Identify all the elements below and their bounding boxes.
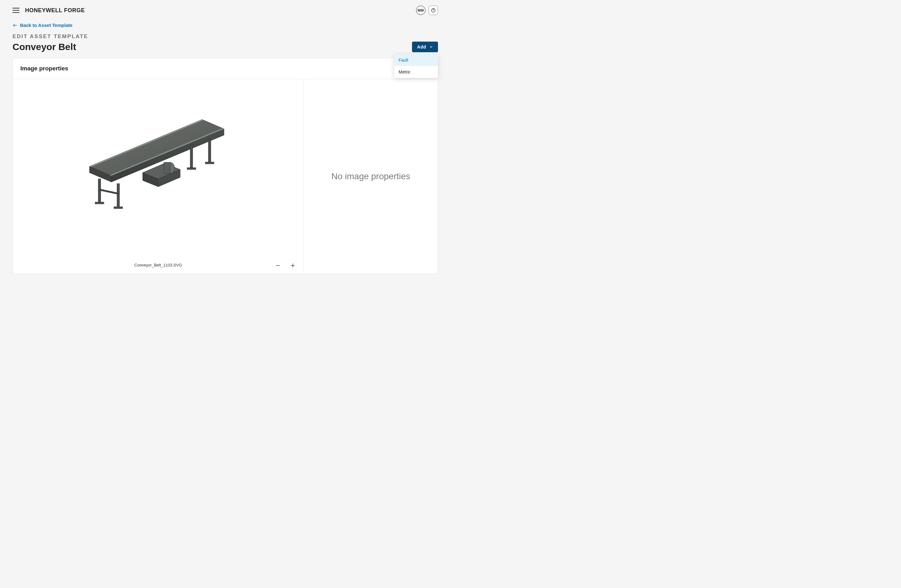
page-eyebrow: EDIT ASSET TEMPLATE xyxy=(12,33,438,40)
add-button-label: Add xyxy=(417,44,426,50)
top-bar-right: MM xyxy=(416,6,438,15)
zoom-out-icon[interactable] xyxy=(275,263,281,269)
top-bar-left: HONEYWELL FORGE xyxy=(12,7,85,14)
page-title: Conveyor Belt xyxy=(12,42,76,52)
arrow-left-icon xyxy=(12,23,17,28)
svg-rect-21 xyxy=(98,188,120,194)
brand-title: HONEYWELL FORGE xyxy=(25,7,85,14)
back-link[interactable]: Back to Asset Template xyxy=(12,20,73,33)
image-filename: Conveyor_Belt_1103.SVG xyxy=(134,263,182,268)
svg-rect-15 xyxy=(117,184,120,208)
title-row: Conveyor Belt Add Fault Metric xyxy=(12,42,438,52)
svg-rect-12 xyxy=(164,162,170,174)
svg-rect-13 xyxy=(98,179,101,203)
content-area: Back to Asset Template EDIT ASSET TEMPLA… xyxy=(0,18,450,274)
image-canvas: Conveyor_Belt_1103.SVG xyxy=(13,79,304,274)
panel-body: Conveyor_Belt_1103.SVG No image properti… xyxy=(13,79,438,274)
zoom-in-icon[interactable] xyxy=(290,263,296,269)
svg-rect-19 xyxy=(208,139,211,163)
svg-rect-20 xyxy=(205,162,214,164)
add-dropdown: Fault Metric xyxy=(394,54,438,78)
top-bar: HONEYWELL FORGE MM xyxy=(0,0,450,18)
dropdown-item-fault[interactable]: Fault xyxy=(394,54,438,66)
conveyor-image xyxy=(77,113,240,215)
add-button-wrap: Add Fault Metric xyxy=(412,42,438,52)
avatar[interactable]: MM xyxy=(416,6,426,15)
help-button[interactable] xyxy=(429,6,438,15)
panel-title: Image properties xyxy=(13,58,438,79)
properties-empty-state: No image properties xyxy=(304,79,438,274)
hamburger-menu-icon[interactable] xyxy=(12,8,19,13)
add-button[interactable]: Add xyxy=(412,42,438,52)
svg-point-1 xyxy=(433,11,433,12)
zoom-controls xyxy=(275,263,296,269)
svg-rect-16 xyxy=(114,207,123,208)
svg-rect-18 xyxy=(187,168,196,170)
svg-rect-14 xyxy=(95,202,104,204)
image-properties-panel: Image properties xyxy=(12,58,438,274)
svg-rect-17 xyxy=(190,145,193,169)
back-link-label: Back to Asset Template xyxy=(20,23,73,28)
chevron-down-icon xyxy=(429,45,433,49)
help-icon xyxy=(431,8,436,13)
dropdown-item-metric[interactable]: Metric xyxy=(394,66,438,78)
empty-message: No image properties xyxy=(331,171,410,181)
